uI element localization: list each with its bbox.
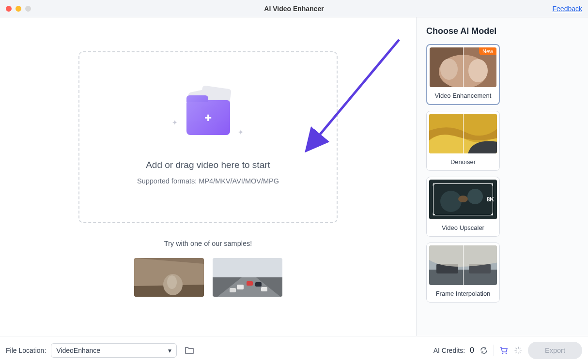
svg-line-1	[311, 40, 399, 145]
chevron-down-icon: ▾	[168, 347, 171, 354]
svg-rect-12	[255, 282, 262, 287]
file-location-select[interactable]: VideoEnhance ▾	[51, 343, 177, 358]
dropzone-subtitle: Supported formats: MP4/MKV/AVI/MOV/MPG	[137, 177, 279, 185]
svg-line-37	[516, 352, 517, 353]
dropzone-illustration: + ✦ ✦	[167, 90, 249, 148]
svg-rect-11	[247, 281, 253, 286]
samples-heading: Try with one of our samples!	[164, 240, 252, 247]
dropzone-title: Add or drag video here to start	[146, 160, 270, 170]
svg-line-35	[516, 348, 517, 349]
footer: File Location: VideoEnhance ▾ AI Credits…	[0, 336, 588, 364]
annotation-arrow	[283, 38, 404, 164]
window-minimize-button[interactable]	[15, 6, 21, 12]
window-close-button[interactable]	[6, 6, 12, 12]
divider	[494, 345, 494, 356]
credits-value: 0	[470, 346, 474, 355]
refresh-credits-button[interactable]	[479, 346, 489, 355]
app-title: AI Video Enhancer	[264, 5, 324, 13]
svg-line-36	[520, 352, 521, 353]
cart-button[interactable]	[499, 346, 509, 355]
model-video-upscaler[interactable]: ⌜⌝⌞⌟ 8K Video Upscaler	[426, 177, 500, 237]
refresh-icon	[480, 347, 488, 354]
model-label: Video Enhancement	[435, 92, 492, 99]
export-button: Export	[528, 342, 582, 359]
cart-icon	[499, 346, 508, 355]
svg-line-38	[520, 348, 521, 349]
svg-rect-14	[261, 287, 267, 291]
sidebar-heading: Choose AI Model	[426, 26, 578, 36]
main-area: + ✦ ✦ Add or drag video here to start Su…	[0, 17, 416, 336]
credits-label: AI Credits:	[433, 347, 465, 354]
sidebar: Choose AI Model New Video Enhancement De…	[416, 17, 588, 336]
file-location-value: VideoEnhance	[56, 347, 100, 354]
svg-rect-7	[213, 258, 282, 277]
svg-point-6	[167, 275, 177, 289]
loading-spinner-icon	[513, 346, 523, 355]
file-location-label: File Location:	[6, 347, 46, 354]
svg-rect-10	[237, 285, 244, 289]
svg-rect-13	[230, 288, 236, 292]
new-badge: New	[479, 47, 496, 55]
model-label: Denoiser	[450, 158, 476, 166]
svg-point-30	[506, 352, 507, 354]
video-dropzone[interactable]: + ✦ ✦ Add or drag video here to start Su…	[78, 51, 338, 223]
model-frame-interpolation[interactable]: Frame Interpolation	[426, 243, 500, 303]
titlebar: AI Video Enhancer Feedback	[0, 0, 588, 17]
samples-row	[134, 258, 282, 297]
feedback-link[interactable]: Feedback	[553, 5, 582, 13]
add-folder-icon: +	[186, 100, 230, 135]
svg-point-19	[468, 59, 488, 82]
folder-icon	[185, 346, 194, 355]
sample-video-1[interactable]	[134, 258, 204, 297]
sample-video-2[interactable]	[213, 258, 282, 297]
svg-point-18	[440, 59, 458, 80]
model-denoiser[interactable]: Denoiser	[426, 111, 500, 171]
model-video-enhancement[interactable]: New Video Enhancement	[426, 44, 500, 105]
browse-folder-button[interactable]	[183, 344, 196, 357]
8k-label: 8K	[487, 196, 494, 203]
traffic-lights	[0, 6, 31, 12]
model-label: Video Upscaler	[442, 224, 484, 231]
svg-point-29	[502, 352, 504, 354]
window-zoom-button[interactable]	[25, 6, 31, 12]
model-label: Frame Interpolation	[436, 290, 491, 297]
